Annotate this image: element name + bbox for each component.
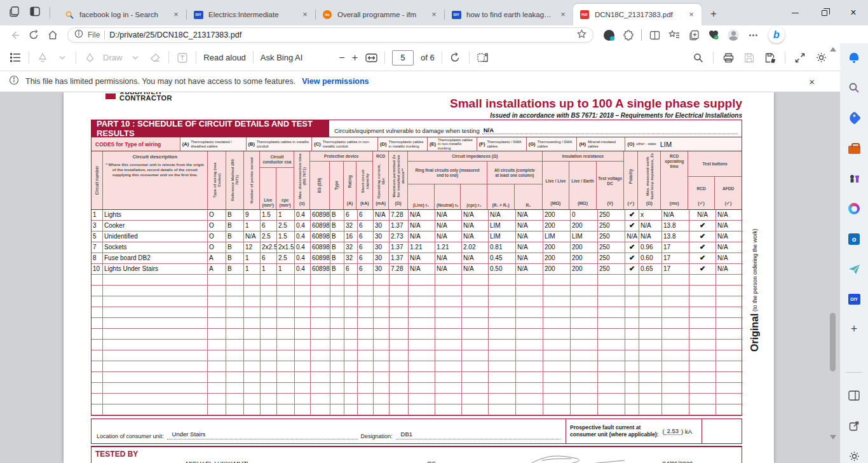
info-icon[interactable] bbox=[74, 29, 83, 41]
sidebar-add-icon[interactable]: + bbox=[847, 322, 861, 336]
wiring-code-F: (F)Thermoplastic / SWA cables bbox=[477, 137, 527, 151]
draw-label[interactable]: Draw bbox=[103, 53, 122, 62]
diy-site-icon[interactable]: DIY bbox=[847, 293, 861, 306]
tab-close-icon[interactable]: × bbox=[558, 10, 568, 20]
tab-close-icon[interactable]: × bbox=[429, 10, 439, 20]
games-chess-icon[interactable] bbox=[847, 172, 861, 185]
table-cell: N/A bbox=[516, 253, 543, 264]
highlight-icon[interactable] bbox=[36, 50, 49, 66]
shopping-tag-icon[interactable] bbox=[847, 111, 861, 125]
table-cell bbox=[295, 296, 311, 307]
scroll-down-icon[interactable] bbox=[830, 435, 836, 439]
sidebar-panel-icon[interactable] bbox=[847, 389, 861, 403]
erase-icon[interactable] bbox=[149, 50, 161, 66]
fullscreen-icon[interactable] bbox=[794, 50, 806, 66]
favorite-star-icon[interactable] bbox=[577, 29, 587, 41]
col-test-afdd-unit: (✓) bbox=[715, 201, 742, 209]
tab-earth-leakage[interactable]: DIY how to find earth leakage in × bbox=[445, 4, 573, 25]
scroll-up-icon[interactable] bbox=[830, 47, 836, 52]
save-icon[interactable] bbox=[743, 50, 756, 66]
notifications-bell-icon[interactable] bbox=[847, 51, 861, 64]
draw-pen-icon[interactable] bbox=[83, 50, 96, 66]
table-cell bbox=[103, 383, 208, 394]
table-cell: ✔ bbox=[689, 253, 716, 264]
split-screen-icon[interactable] bbox=[646, 27, 663, 43]
tab-electrics[interactable]: DIY Electrics:Intermediate × bbox=[187, 4, 315, 25]
find-icon[interactable] bbox=[692, 50, 705, 66]
view-permissions-link[interactable]: View permissions bbox=[302, 77, 369, 86]
tested-by-heading: TESTED BY bbox=[95, 450, 138, 459]
group-protective-device: Protective device bbox=[310, 151, 372, 162]
collections-icon[interactable] bbox=[685, 27, 703, 43]
tab-actions-icon[interactable] bbox=[29, 6, 41, 20]
open-in-browser-icon[interactable] bbox=[847, 419, 861, 432]
ask-bing-button[interactable]: Ask Bing AI bbox=[261, 53, 302, 62]
sidebar-settings-gear-icon[interactable] bbox=[847, 450, 861, 463]
table-cell: 60898 bbox=[311, 242, 330, 253]
info-icon bbox=[9, 75, 19, 88]
minimize-button[interactable] bbox=[780, 0, 810, 25]
favorites-bar-icon[interactable] bbox=[665, 27, 683, 43]
save-as-icon[interactable] bbox=[764, 50, 776, 66]
read-aloud-button[interactable]: Read aloud bbox=[203, 53, 246, 62]
scrollbar-thumb[interactable] bbox=[830, 313, 836, 371]
outlook-icon[interactable]: o bbox=[847, 232, 861, 245]
col-ring-line: (Line) r₁ bbox=[408, 203, 434, 209]
tools-toolbox-icon[interactable] bbox=[847, 141, 861, 155]
tab-close-icon[interactable]: × bbox=[171, 10, 181, 20]
extensions-puzzle-icon[interactable] bbox=[620, 27, 637, 43]
zoom-in-icon[interactable]: + bbox=[352, 52, 358, 64]
notification-close-icon[interactable]: × bbox=[809, 76, 815, 87]
col-type-of-wiring: Type of wiring (see Codes) bbox=[212, 156, 220, 205]
rotate-icon[interactable] bbox=[449, 50, 462, 66]
table-cell: 1.5 bbox=[277, 232, 295, 242]
location-label: Location of consumer unit: bbox=[97, 433, 164, 439]
table-cell: 2.02 bbox=[462, 242, 489, 253]
tab-facebook-search[interactable]: facebook log in - Search × bbox=[58, 4, 186, 25]
highlight-chevron-icon[interactable] bbox=[56, 50, 69, 66]
extension-badge-icon[interactable] bbox=[600, 27, 618, 43]
table-cell bbox=[390, 318, 409, 329]
sidebar-search-icon[interactable] bbox=[847, 81, 861, 94]
microsoft-365-icon[interactable] bbox=[847, 202, 861, 215]
table-cell: LIM bbox=[543, 232, 571, 242]
fit-width-icon[interactable] bbox=[365, 50, 377, 66]
settings-menu-icon[interactable] bbox=[744, 27, 762, 43]
pdf-settings-gear-icon[interactable] bbox=[815, 50, 827, 66]
table-cell bbox=[662, 394, 689, 404]
table-cell: 6 bbox=[344, 264, 358, 275]
draw-chevron-icon[interactable] bbox=[129, 50, 142, 66]
page-number-input[interactable] bbox=[392, 50, 414, 66]
bing-chat-icon[interactable]: b bbox=[768, 27, 785, 43]
table-cell bbox=[462, 307, 489, 318]
profile-avatar[interactable] bbox=[724, 27, 742, 43]
print-icon[interactable] bbox=[722, 50, 735, 66]
date-value: 04/06/2020 bbox=[658, 460, 693, 463]
tab-overall-programme[interactable]: ifm Overall programme - ifm × bbox=[316, 4, 444, 25]
table-cell bbox=[390, 275, 409, 286]
close-button[interactable]: × bbox=[839, 0, 868, 25]
back-icon[interactable] bbox=[6, 27, 23, 43]
workspaces-icon[interactable] bbox=[9, 6, 20, 20]
table-cell: 7 bbox=[92, 242, 103, 253]
refresh-icon[interactable] bbox=[25, 27, 42, 43]
table-cell: 32 bbox=[344, 242, 358, 253]
tab-pdf-active[interactable]: PDF DCN18C_21317383.pdf × bbox=[573, 4, 702, 25]
home-icon[interactable] bbox=[44, 27, 61, 43]
restore-button[interactable] bbox=[810, 0, 839, 25]
zoom-out-icon[interactable]: − bbox=[339, 52, 344, 64]
new-tab-button[interactable]: + bbox=[702, 8, 726, 20]
add-text-icon[interactable] bbox=[176, 50, 189, 66]
tab-close-icon[interactable]: × bbox=[686, 10, 696, 20]
vertical-scrollbar[interactable] bbox=[828, 45, 837, 463]
table-cell bbox=[330, 340, 344, 350]
toc-icon[interactable] bbox=[9, 50, 22, 66]
browser-essentials-icon[interactable] bbox=[705, 27, 722, 43]
table-cell: 16 bbox=[344, 232, 358, 242]
drop-plane-icon[interactable] bbox=[847, 262, 861, 275]
table-cell bbox=[277, 394, 295, 404]
url-field[interactable]: File D:/private/25/DCN18C_21317383.pdf bbox=[67, 27, 593, 43]
page-view-icon[interactable] bbox=[477, 50, 489, 66]
tab-close-icon[interactable]: × bbox=[300, 10, 310, 20]
table-cell bbox=[409, 404, 435, 415]
